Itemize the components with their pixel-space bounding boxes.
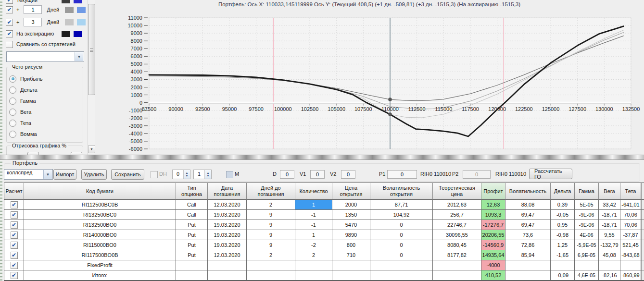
cell[interactable]: 9 (247, 210, 295, 220)
row-checkbox[interactable]: ✔ (11, 242, 18, 249)
column-header[interactable]: Цена открытия (332, 183, 370, 200)
plus3-checkbox[interactable]: ✔ (6, 19, 13, 26)
sidebar-scrollbar[interactable]: ▼ (87, 0, 95, 155)
cell[interactable]: Put (176, 240, 208, 250)
row-checkbox-cell[interactable]: ✔ (4, 260, 24, 270)
draw-option-Вомма[interactable]: Вомма (9, 130, 37, 138)
cell[interactable]: 256,7 (433, 210, 481, 220)
radio-icon[interactable] (9, 131, 16, 138)
cell[interactable] (505, 260, 551, 270)
row-checkbox-cell[interactable]: ✔ (4, 270, 24, 280)
row-checkbox-cell[interactable]: ✔ (4, 210, 24, 220)
cell[interactable]: 0 (370, 220, 433, 230)
cell[interactable]: 72,86 (505, 240, 551, 250)
cell[interactable]: 2 (247, 200, 295, 209)
render-plus-button[interactable] (71, 152, 82, 155)
cell[interactable] (433, 270, 481, 280)
table-row[interactable]: ✔Итого:410,52-0,094,6E-05-82,16-860,99 (4, 270, 644, 281)
row-checkbox-cell[interactable]: ✔ (4, 230, 24, 240)
table-scrollbar[interactable] (641, 250, 644, 260)
column-header[interactable]: Волатильность открытия (370, 183, 433, 200)
profit-chart[interactable]: -6000-5000-4000-3000-2000-10000100020003… (95, 12, 644, 155)
cell[interactable]: 0 (370, 250, 433, 260)
column-header[interactable]: Количество (295, 183, 332, 200)
cell[interactable]: -132,79 (599, 240, 620, 250)
cell[interactable]: 6,9E-05 (575, 250, 599, 260)
spinner-arrows-icon[interactable]: ▲▼ (183, 170, 190, 179)
cell[interactable]: 12,63 (481, 200, 505, 209)
row-checkbox-cell[interactable]: ✔ (4, 240, 24, 250)
cell[interactable]: 19.03.2020 (208, 210, 247, 220)
cell[interactable]: 2000 (332, 200, 370, 209)
cell[interactable]: RI117500BO0B (24, 250, 176, 260)
cell[interactable]: 69,47 (505, 220, 551, 230)
table-row[interactable]: ✔FixedProfit-4000 (4, 260, 644, 270)
cell[interactable] (370, 270, 433, 280)
cell[interactable]: -17276,7 (481, 220, 505, 230)
cell[interactable]: 33,42 (599, 200, 620, 209)
scrollbar-down-arrow-icon[interactable]: ▼ (88, 145, 95, 153)
cell[interactable]: 85,94 (505, 250, 551, 260)
cell[interactable]: 9 (247, 220, 295, 230)
cell[interactable] (599, 260, 620, 270)
cell[interactable]: 0,95 (551, 220, 575, 230)
radio-icon[interactable] (9, 75, 16, 83)
cell[interactable]: 1 (295, 230, 332, 240)
portfolio-combobox[interactable]: коллспред ▼ (4, 169, 53, 180)
m-checkbox[interactable] (226, 171, 233, 178)
cell[interactable]: 1 (295, 200, 332, 209)
row-checkbox[interactable]: ✔ (11, 252, 18, 259)
row-checkbox-cell[interactable]: ✔ (4, 200, 24, 209)
cell[interactable]: -1 (295, 220, 332, 230)
plus3-days-input[interactable] (24, 18, 42, 26)
column-header[interactable]: Теоретическая цена (433, 183, 481, 200)
spinner-arrows-icon[interactable]: ▲▼ (204, 170, 211, 179)
cell[interactable]: -82,16 (599, 270, 620, 280)
scrollbar-thumb[interactable] (88, 4, 95, 95)
cell[interactable]: -4000 (481, 260, 505, 270)
radio-icon[interactable] (9, 109, 16, 116)
cell[interactable]: 69,47 (505, 210, 551, 220)
cell[interactable] (208, 270, 247, 280)
cell[interactable]: 14935,64 (481, 250, 505, 260)
cell[interactable]: 0 (370, 230, 433, 240)
save-button[interactable]: Сохранить (111, 169, 144, 180)
cell[interactable]: -0,98 (551, 230, 575, 240)
cell[interactable]: 70,06 (620, 220, 641, 230)
cell[interactable] (176, 260, 208, 270)
dh-spinner-2[interactable]: 1 ▲▼ (193, 170, 212, 179)
cell[interactable]: 5470 (332, 220, 370, 230)
cell[interactable]: 12.03.2020 (208, 250, 247, 260)
cell[interactable]: 70,06 (620, 210, 641, 220)
cell[interactable]: -0,09 (551, 270, 575, 280)
cell[interactable] (505, 270, 551, 280)
cell[interactable]: RI132500BC0 (24, 210, 176, 220)
row-checkbox-cell[interactable]: ✔ (4, 250, 24, 260)
radio-icon[interactable] (9, 86, 16, 94)
cell[interactable]: 4E-06 (575, 230, 599, 240)
cell[interactable]: 30096,55 (433, 230, 481, 240)
table-row[interactable]: ✔RI132500BC0Call19.03.20209-11350104,922… (4, 210, 644, 220)
draw-option-Дельта[interactable]: Дельта (9, 86, 38, 94)
cell[interactable]: -2 (295, 240, 332, 250)
row-checkbox-cell[interactable]: ✔ (4, 220, 24, 230)
cell[interactable]: 9890 (332, 230, 370, 240)
table-row[interactable]: ✔RI112500BC0BCall12.03.202021200087,7120… (4, 200, 644, 210)
cell[interactable]: 8177,82 (433, 250, 481, 260)
cell[interactable]: 5E-05 (575, 200, 599, 209)
cell[interactable]: 1093,3 (481, 210, 505, 220)
cell[interactable] (247, 270, 295, 280)
column-header[interactable]: Дельта (551, 183, 575, 200)
column-header[interactable]: Расчет (4, 183, 24, 200)
cell[interactable] (433, 260, 481, 270)
cell[interactable]: 19.03.2020 (208, 230, 247, 240)
column-header[interactable]: Дней до погашения (247, 183, 295, 200)
cell[interactable]: 104,92 (370, 210, 433, 220)
cell[interactable]: Итого: (24, 270, 176, 280)
v2-field[interactable]: 0 (341, 170, 355, 179)
cell[interactable]: -9E-06 (575, 210, 599, 220)
table-row[interactable]: ✔RI115000BO0Put19.03.20209-280008080,45-… (4, 240, 644, 250)
cell[interactable]: -641,01 (620, 200, 641, 209)
cell[interactable]: RI112500BC0B (24, 200, 176, 209)
cell[interactable]: -1,65 (551, 250, 575, 260)
